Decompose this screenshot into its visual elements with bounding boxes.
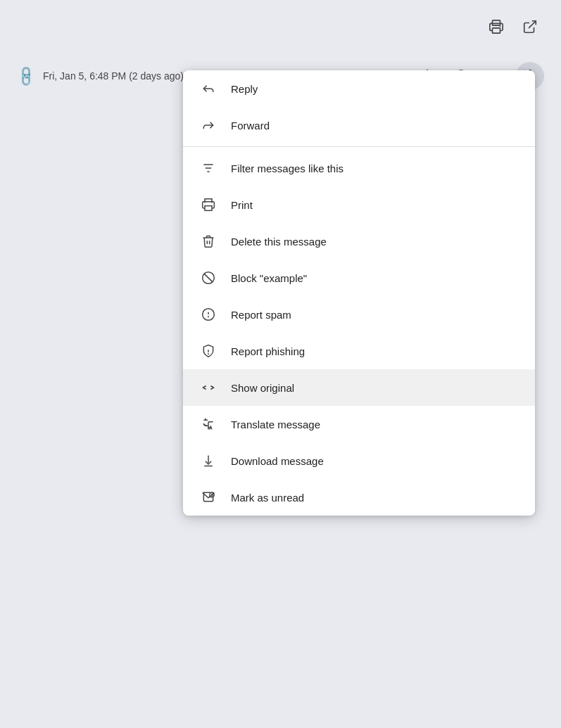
menu-item-spam[interactable]: Report spam bbox=[183, 296, 535, 333]
menu-item-reply[interactable]: Reply bbox=[183, 70, 535, 107]
open-external-button[interactable] bbox=[516, 13, 544, 41]
print-toolbar-icon bbox=[488, 19, 504, 34]
menu-item-show-original[interactable]: Show original bbox=[183, 369, 535, 406]
translate-icon bbox=[200, 416, 217, 433]
menu-item-download[interactable]: Download message bbox=[183, 442, 535, 479]
menu-item-reply-label: Reply bbox=[231, 83, 258, 95]
svg-rect-1 bbox=[493, 28, 500, 33]
menu-item-show-original-label: Show original bbox=[231, 382, 294, 394]
open-external-icon bbox=[522, 19, 538, 34]
menu-item-phishing-label: Report phishing bbox=[231, 345, 305, 357]
menu-item-forward-label: Forward bbox=[231, 120, 270, 132]
menu-item-translate[interactable]: Translate message bbox=[183, 406, 535, 442]
menu-item-print-label: Print bbox=[231, 199, 253, 211]
spam-icon bbox=[200, 306, 217, 323]
unread-icon bbox=[200, 489, 217, 506]
menu-item-filter-label: Filter messages like this bbox=[231, 162, 343, 174]
menu-item-phishing[interactable]: Report phishing bbox=[183, 333, 535, 369]
phishing-icon bbox=[200, 343, 217, 359]
top-toolbar bbox=[465, 0, 561, 53]
menu-item-filter[interactable]: Filter messages like this bbox=[183, 150, 535, 186]
download-icon bbox=[200, 452, 217, 469]
menu-item-spam-label: Report spam bbox=[231, 309, 291, 321]
block-icon bbox=[200, 269, 217, 286]
menu-item-download-label: Download message bbox=[231, 455, 324, 467]
svg-point-2 bbox=[500, 26, 501, 27]
trash-icon bbox=[200, 233, 217, 250]
menu-divider-1 bbox=[183, 146, 535, 147]
menu-item-print[interactable]: Print bbox=[183, 186, 535, 223]
menu-item-mark-unread-label: Mark as unread bbox=[231, 492, 304, 504]
svg-rect-14 bbox=[205, 206, 212, 211]
context-menu: Reply Forward Filter messages like this bbox=[183, 70, 535, 516]
print-toolbar-button[interactable] bbox=[482, 13, 510, 41]
menu-item-delete[interactable]: Delete this message bbox=[183, 223, 535, 260]
code-icon bbox=[200, 379, 217, 396]
print-icon bbox=[200, 196, 217, 213]
reply-icon bbox=[200, 80, 217, 97]
menu-item-forward[interactable]: Forward bbox=[183, 107, 535, 143]
menu-item-block[interactable]: Block "example" bbox=[183, 260, 535, 296]
menu-item-delete-label: Delete this message bbox=[231, 236, 327, 248]
svg-line-3 bbox=[529, 21, 536, 28]
svg-rect-0 bbox=[493, 20, 500, 25]
attachment-icon: 🔗 bbox=[13, 64, 38, 89]
menu-item-translate-label: Translate message bbox=[231, 419, 320, 430]
svg-line-16 bbox=[204, 274, 213, 282]
filter-icon bbox=[200, 160, 217, 177]
menu-item-block-label: Block "example" bbox=[231, 272, 307, 284]
forward-icon bbox=[200, 117, 217, 134]
menu-item-mark-unread[interactable]: Mark as unread bbox=[183, 479, 535, 516]
